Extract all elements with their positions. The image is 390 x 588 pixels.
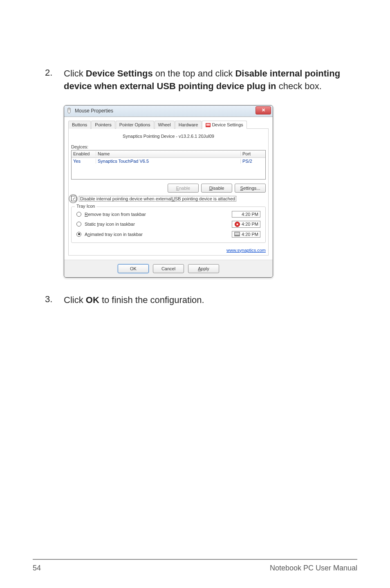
tab-device-settings-content: Synaptics Pointing Device - v13.2.6.1 20…	[68, 129, 269, 256]
col-header-port: Port	[241, 151, 265, 156]
tray-icon-legend: Tray Icon	[75, 204, 96, 209]
enable-button: Enable	[168, 184, 199, 193]
devices-table: Enabled Name Port Yes Synaptics TouchPad…	[71, 150, 266, 180]
apply-button[interactable]: Apply	[188, 264, 219, 273]
step-2-number: 2.	[45, 67, 64, 93]
tabs: Buttons Pointers Pointer Options Wheel H…	[68, 120, 269, 129]
mouse-icon	[66, 108, 72, 114]
page-footer: 54 Notebook PC User Manual	[33, 559, 357, 572]
radio-animated-tray[interactable]	[76, 232, 81, 237]
close-button[interactable]: ✕	[256, 106, 271, 114]
radio-remove-tray-label: Remove tray icon from taskbar	[85, 212, 232, 217]
disable-internal-checkbox[interactable]: ✓	[71, 196, 76, 201]
tab-pointers[interactable]: Pointers	[91, 121, 115, 129]
step-3-text: Click OK to finish the configuration.	[64, 294, 204, 307]
col-header-name: Name	[96, 151, 241, 156]
disable-button[interactable]: Disable	[201, 184, 232, 193]
tray-icon-fieldset: Tray Icon Remove tray icon from taskbar …	[71, 206, 266, 243]
table-row[interactable]: Yes Synaptics TouchPad V6.5 PS/2	[72, 158, 265, 164]
devices-label: Devices:	[71, 144, 266, 149]
radio-remove-tray[interactable]	[76, 212, 81, 217]
dialog-title: Mouse Properties	[75, 108, 113, 114]
svg-point-4	[237, 223, 238, 225]
time-badge-1: 4:20 PM	[232, 211, 260, 218]
radio-static-tray-label: Static tray icon in taskbar	[85, 222, 232, 227]
tab-wheel[interactable]: Wheel	[155, 121, 175, 129]
driver-version-text: Synaptics Pointing Device - v13.2.6.1 20…	[71, 134, 266, 139]
col-header-enabled: Enabled	[72, 151, 96, 156]
tab-hardware[interactable]: Hardware	[175, 121, 202, 129]
mouse-properties-dialog: Mouse Properties ✕ Buttons Pointers Poin…	[64, 105, 273, 278]
touchpad-gray-icon	[234, 232, 240, 236]
tab-buttons[interactable]: Buttons	[68, 121, 91, 129]
step-3-number: 3.	[45, 294, 64, 307]
radio-static-tray[interactable]	[76, 222, 81, 227]
titlebar: Mouse Properties ✕	[64, 105, 273, 117]
time-badge-3: 4:20 PM	[232, 231, 260, 238]
time-badge-2: 4:20 PM	[232, 221, 260, 228]
radio-animated-tray-label: Animated tray icon in taskbar	[85, 232, 232, 237]
svg-rect-6	[235, 233, 240, 235]
page-number: 54	[33, 564, 41, 572]
touchpad-red-icon	[235, 222, 240, 227]
disable-internal-checkbox-label: Disable internal pointing device when ex…	[79, 196, 236, 202]
ok-button[interactable]: OK	[118, 264, 149, 273]
settings-button[interactable]: Settings...	[235, 184, 266, 193]
synaptics-link[interactable]: www.synaptics.com	[226, 248, 266, 253]
step-2-text: Click Device Settings on the top and cli…	[64, 67, 357, 93]
manual-title: Notebook PC User Manual	[270, 564, 357, 572]
svg-rect-2	[206, 123, 210, 126]
cancel-button[interactable]: Cancel	[153, 264, 184, 273]
tab-device-settings[interactable]: Device Settings	[202, 121, 247, 129]
touchpad-icon	[206, 123, 211, 127]
tab-pointer-options[interactable]: Pointer Options	[116, 121, 154, 129]
